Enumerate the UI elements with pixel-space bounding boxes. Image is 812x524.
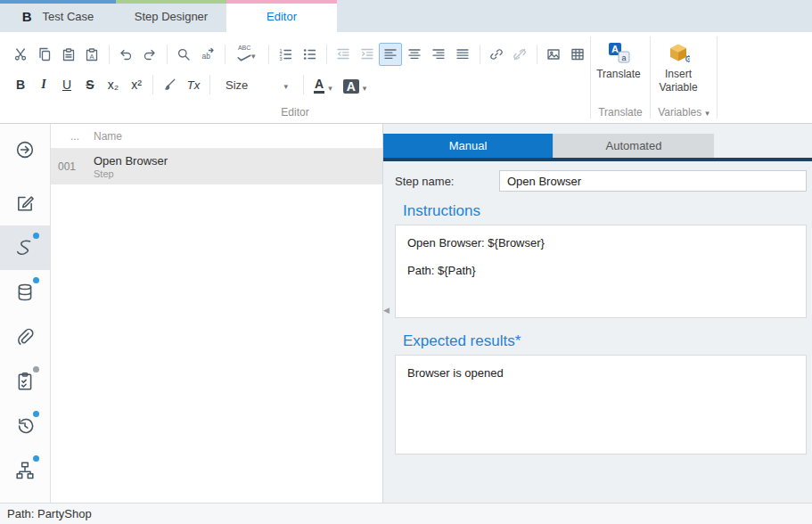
font-size-dropdown[interactable]: Size: [220, 74, 293, 95]
cut-button[interactable]: [9, 43, 32, 66]
bold-button[interactable]: B: [9, 73, 32, 96]
tab-step-designer[interactable]: Step Designer: [116, 0, 226, 32]
instructions-textbox[interactable]: Open Browser: ${Browser} Path: ${Path}: [395, 225, 807, 318]
align-left-button[interactable]: [379, 43, 402, 66]
font-color-icon: A: [314, 78, 324, 94]
ribbon-group-translate: Aa Translate Translate: [591, 32, 650, 123]
step-row[interactable]: 001 Open Browser Step: [51, 149, 382, 184]
align-right-icon: [431, 47, 446, 61]
dropdown-caret-icon: [283, 78, 288, 92]
instructions-heading: Instructions: [403, 202, 812, 220]
sidebar-item-navigate[interactable]: [0, 127, 50, 172]
paste-button[interactable]: [57, 43, 80, 66]
separator: [480, 45, 480, 64]
align-center-icon: [407, 47, 422, 61]
notification-dot: [33, 455, 39, 462]
detail-tabs-underline: [383, 158, 812, 161]
spellcheck-button[interactable]: ABC: [230, 43, 264, 66]
sidebar-item-data[interactable]: [0, 270, 50, 315]
insert-image-button[interactable]: [542, 43, 565, 66]
translate-icon: Aa: [607, 41, 630, 64]
subscript-button[interactable]: x₂: [102, 73, 125, 96]
dropdown-caret-icon: [705, 106, 709, 119]
separator: [225, 45, 226, 64]
step-name-label: Step name:: [395, 175, 499, 188]
format-brush-icon: [162, 78, 176, 92]
sidebar-item-hierarchy[interactable]: [0, 448, 50, 493]
align-center-button[interactable]: [403, 43, 426, 66]
hierarchy-icon: [15, 461, 35, 480]
numbered-list-icon: 123: [278, 47, 292, 61]
insert-table-button[interactable]: [566, 43, 589, 66]
svg-text:ab: ab: [201, 52, 210, 61]
paste-text-button[interactable]: A: [80, 43, 103, 66]
increase-indent-icon: [360, 47, 374, 61]
italic-button[interactable]: I: [32, 73, 55, 96]
decrease-indent-button[interactable]: [332, 43, 355, 66]
notification-dot: [33, 277, 39, 283]
step-row-number: 001: [51, 160, 94, 173]
svg-text:3: 3: [280, 56, 283, 61]
dropdown-caret-icon: [328, 80, 332, 94]
underline-button[interactable]: U: [55, 73, 78, 96]
link-button[interactable]: [485, 43, 508, 66]
separator: [152, 75, 153, 94]
paste-text-icon: A: [85, 47, 99, 61]
paste-icon: [62, 47, 76, 61]
numbered-list-button[interactable]: 123: [274, 43, 297, 66]
increase-indent-button[interactable]: [356, 43, 379, 66]
expected-results-heading: Expected results*: [403, 332, 812, 350]
sidebar-item-history[interactable]: [0, 404, 50, 448]
database-icon: [15, 282, 35, 302]
insert-variable-button[interactable]: ⚙ Insert Variable: [651, 32, 706, 102]
instructions-line: Path: ${Path}: [407, 264, 794, 277]
undo-button[interactable]: [114, 43, 137, 66]
step-name-input[interactable]: [499, 170, 807, 192]
unlink-button[interactable]: [509, 43, 532, 66]
translate-button[interactable]: Aa Translate: [591, 32, 646, 102]
align-right-button[interactable]: [427, 43, 450, 66]
insert-image-icon: [546, 47, 561, 61]
expected-results-textbox[interactable]: Browser is opened: [395, 355, 807, 454]
collapse-splitter-icon[interactable]: [383, 307, 390, 315]
sidebar-item-edit[interactable]: [0, 181, 50, 225]
steps-list-panel: ... Name 001 Open Browser Step: [51, 124, 383, 503]
font-color-button[interactable]: A: [308, 73, 338, 96]
tab-label: Step Designer: [135, 10, 208, 23]
notification-dot: [33, 366, 39, 373]
clipboard-check-icon: [15, 372, 35, 391]
sidebar-item-steps[interactable]: [0, 225, 50, 270]
clear-formatting-button[interactable]: Tx: [182, 73, 205, 96]
highlight-color-button[interactable]: A: [338, 73, 373, 96]
separator: [537, 45, 537, 64]
superscript-button[interactable]: x²: [125, 73, 148, 96]
tab-test-case[interactable]: B Test Case: [0, 0, 116, 32]
tab-stripe: [0, 0, 116, 4]
format-brush-button[interactable]: [158, 73, 181, 96]
tab-manual[interactable]: Manual: [383, 134, 553, 158]
tab-label: Editor: [267, 10, 297, 23]
find-replace-button[interactable]: ab: [196, 43, 219, 66]
search-button[interactable]: [172, 43, 195, 66]
justify-button[interactable]: [451, 43, 474, 66]
status-path: Path: PartyShop: [7, 507, 92, 520]
tab-automated[interactable]: Automated: [553, 134, 714, 158]
tab-editor[interactable]: Editor: [226, 0, 337, 32]
step-name-row: Step name:: [395, 170, 807, 192]
document-tab-bar: B Test Case Step Designer Editor: [0, 0, 812, 32]
copy-button[interactable]: [33, 43, 56, 66]
copy-icon: [37, 47, 52, 61]
column-header-number: ...: [51, 130, 94, 143]
sidebar-item-attachments[interactable]: [0, 315, 50, 359]
ribbon-group-label-editor: Editor: [0, 102, 590, 123]
main-area: ... Name 001 Open Browser Step Manual Au…: [0, 124, 812, 503]
step-detail-panel: Manual Automated Step name: Instructions…: [383, 124, 812, 503]
align-left-icon: [383, 47, 398, 61]
strikethrough-button[interactable]: S: [78, 73, 102, 96]
bullet-list-button[interactable]: [298, 43, 321, 66]
sidebar-item-checklist[interactable]: [0, 359, 50, 404]
spellcheck-icon: ABC: [237, 45, 251, 65]
redo-button[interactable]: [138, 43, 161, 66]
unlink-icon: [513, 47, 527, 61]
notification-dot: [33, 233, 39, 239]
